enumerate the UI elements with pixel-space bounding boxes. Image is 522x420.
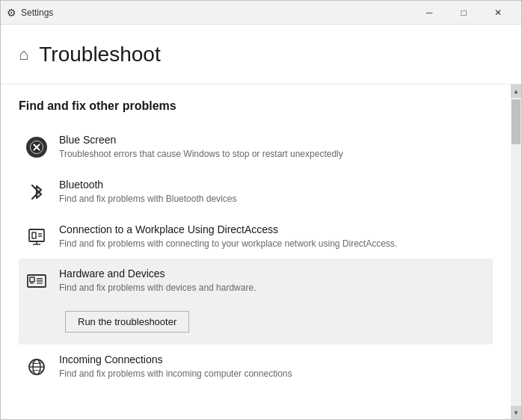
title-bar: ⚙ Settings ─ □ ✕ — [1, 1, 521, 25]
bluetooth-icon — [25, 180, 49, 204]
run-troubleshooter-button[interactable]: Run the troubleshooter — [65, 311, 189, 333]
item-name: Blue Screen — [59, 134, 487, 146]
item-desc: Find and fix problems with incoming comp… — [59, 368, 487, 380]
item-desc: Troubleshoot errors that cause Windows t… — [59, 148, 487, 161]
item-text: Hardware and Devices Find and fix proble… — [59, 268, 487, 294]
maximize-button[interactable]: □ — [446, 1, 481, 25]
item-name: Incoming Connections — [59, 353, 487, 365]
run-button-container: Run the troubleshooter — [59, 305, 195, 342]
content-area: Find and fix other problems Blue Screen … — [1, 84, 521, 419]
incoming-connections-icon — [25, 355, 49, 379]
hardware-icon — [25, 269, 49, 293]
list-item[interactable]: Connection to a Workplace Using DirectAc… — [19, 214, 493, 259]
item-text: Incoming Connections Find and fix proble… — [59, 353, 487, 380]
main-content: Find and fix other problems Blue Screen … — [1, 84, 511, 419]
list-item[interactable]: Blue Screen Troubleshoot errors that cau… — [19, 125, 493, 170]
svg-rect-4 — [32, 232, 36, 238]
title-bar-icon: ⚙ — [7, 7, 16, 19]
svg-rect-10 — [30, 277, 34, 282]
scrollbar[interactable]: ▲ ▼ — [511, 84, 521, 419]
item-desc: Find and fix problems with Bluetooth dev… — [59, 193, 487, 206]
title-bar-title: Settings — [21, 7, 53, 18]
item-desc: Find and fix problems with connecting to… — [59, 238, 487, 250]
item-desc: Find and fix problems with devices and h… — [59, 282, 487, 294]
list-item[interactable]: Hardware and Devices Find and fix proble… — [19, 259, 493, 345]
svg-rect-3 — [29, 229, 44, 241]
title-bar-controls: ─ □ ✕ — [412, 1, 515, 25]
item-name: Hardware and Devices — [59, 268, 487, 280]
item-text: Blue Screen Troubleshoot errors that cau… — [59, 134, 487, 161]
page-header: ⌂ Troubleshoot — [1, 25, 521, 84]
settings-window: ⚙ Settings ─ □ ✕ ⌂ Troubleshoot Find and… — [0, 0, 522, 420]
minimize-button[interactable]: ─ — [412, 1, 446, 25]
list-item[interactable]: Bluetooth Find and fix problems with Blu… — [19, 170, 493, 214]
item-text: Connection to a Workplace Using DirectAc… — [59, 223, 487, 250]
item-name: Connection to a Workplace Using DirectAc… — [59, 223, 487, 235]
item-name: Bluetooth — [59, 179, 487, 191]
scrollbar-up-button[interactable]: ▲ — [511, 84, 521, 98]
close-button[interactable]: ✕ — [481, 1, 515, 25]
directaccess-icon — [25, 225, 49, 249]
page-title: Troubleshoot — [39, 43, 160, 67]
bluescreen-icon — [25, 135, 49, 159]
list-item[interactable]: Incoming Connections Find and fix proble… — [19, 345, 493, 389]
item-text: Bluetooth Find and fix problems with Blu… — [59, 179, 487, 206]
title-bar-left: ⚙ Settings — [7, 7, 53, 19]
scrollbar-down-button[interactable]: ▼ — [511, 406, 521, 419]
scrollbar-thumb[interactable] — [512, 99, 521, 144]
section-title: Find and fix other problems — [19, 99, 493, 113]
home-icon[interactable]: ⌂ — [19, 45, 28, 64]
